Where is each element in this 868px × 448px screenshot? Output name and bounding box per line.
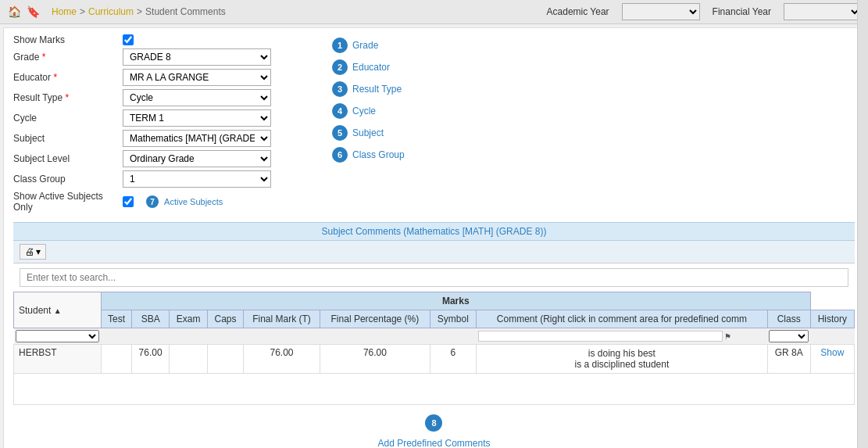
breadcrumb-current: Student Comments (145, 6, 226, 17)
filter-caps (208, 328, 244, 345)
filter-history (810, 328, 854, 345)
table-row: HERBST 76.00 76.00 76.00 6 is doing his … (14, 345, 855, 374)
search-input[interactable] (20, 268, 848, 287)
top-right: Academic Year Financial Year (547, 3, 862, 20)
cycle-select[interactable]: TERM 1 (123, 109, 271, 127)
col-test: Test (101, 310, 131, 328)
show-active-label: Show Active Subjects Only (13, 191, 123, 213)
annotations-column: 1 Grade 2 Educator 3 Result Type 4 Cycle… (301, 34, 855, 216)
subject-level-select[interactable]: Ordinary Grade (123, 150, 271, 167)
toolbar-row: 🖨 ▾ (13, 241, 855, 263)
toolbar-dropdown-arrow[interactable]: ▾ (36, 246, 41, 257)
cycle-label: Cycle (13, 113, 123, 124)
annotation-3: 3 Result Type (332, 81, 855, 97)
nav-icons: 🏠 🔖 (6, 4, 41, 20)
filter-icon: ⚑ (724, 332, 731, 341)
toolbar-icon: 🖨 (25, 246, 34, 257)
educator-select[interactable]: MR A LA GRANGE (123, 69, 271, 86)
home-icon[interactable]: 🏠 (6, 4, 22, 20)
filter-class (767, 328, 810, 345)
student-filter-select[interactable] (16, 330, 100, 342)
final-pct-cell: 76.00 (320, 345, 430, 374)
filter-symbol (430, 328, 476, 345)
col-final-pct: Final Percentage (%) (320, 310, 430, 328)
annotation-2: 2 Educator (332, 59, 855, 75)
filter-test (101, 328, 131, 345)
caps-cell (208, 345, 244, 374)
data-table: Student ▲ Marks Test SBA Exam Caps Final… (13, 292, 855, 405)
show-active-checkbox[interactable] (123, 196, 134, 207)
annotation-1: 1 Grade (332, 38, 855, 53)
show-marks-checkbox[interactable] (123, 34, 134, 45)
annotation-7-inline: 7 Active Subjects (146, 195, 223, 208)
filter-exam (170, 328, 208, 345)
comment-line-1: is doing his best (481, 348, 763, 359)
sba-cell: 76.00 (132, 345, 170, 374)
bookmark-icon[interactable]: 🔖 (25, 4, 41, 20)
annotation-4: 4 Cycle (332, 103, 855, 119)
grade-row: Grade * GRADE 8 (13, 48, 295, 66)
history-cell: Show (810, 345, 854, 374)
col-caps: Caps (208, 310, 244, 328)
subject-level-label: Subject Level (13, 153, 123, 164)
financial-year-label: Financial Year (713, 6, 771, 17)
add-comment-bubble: 8 (425, 414, 442, 432)
educator-label: Educator * (13, 72, 123, 83)
filter-final-mark (243, 328, 320, 345)
history-link[interactable]: Show (820, 347, 844, 358)
result-type-select[interactable]: Cycle (123, 89, 271, 106)
breadcrumb-home[interactable]: Home (52, 6, 77, 17)
page-wrapper: 🏠 🔖 Home > Curriculum > Student Comments… (0, 0, 868, 448)
comment-line-2: is a disciplined student (481, 359, 763, 370)
toolbar-main-button[interactable]: 🖨 ▾ (20, 244, 46, 260)
symbol-cell: 6 (430, 345, 476, 374)
show-marks-row: Show Marks (13, 34, 295, 45)
sort-icon[interactable]: ▲ (54, 306, 62, 315)
annotation-5: 5 Subject (332, 125, 855, 141)
col-comment: Comment (Right click in comment area for… (477, 310, 768, 328)
filter-comment: ⚑ (477, 328, 768, 345)
col-history: History (810, 310, 854, 328)
comment-filter-input[interactable] (478, 331, 723, 342)
filter-row: ⚑ (14, 328, 855, 345)
filter-student (14, 328, 102, 345)
grade-label: Grade * (13, 52, 123, 63)
col-student: Student ▲ (14, 292, 102, 328)
student-cell: HERBST (14, 345, 102, 374)
empty-cell (14, 374, 855, 405)
class-cell: GR 8A (767, 345, 810, 374)
class-group-select[interactable]: 1 (123, 170, 271, 188)
filter-final-pct (320, 328, 430, 345)
filter-sba (132, 328, 170, 345)
breadcrumb-curriculum[interactable]: Curriculum (88, 6, 134, 17)
subject-row: Subject Mathematics [MATH] (GRADE (13, 130, 295, 147)
financial-year-select[interactable] (784, 3, 862, 20)
subject-level-row: Subject Level Ordinary Grade (13, 150, 295, 167)
class-group-row: Class Group 1 (13, 170, 295, 188)
annotation-6: 6 Class Group (332, 147, 855, 163)
educator-row: Educator * MR A LA GRANGE (13, 69, 295, 86)
test-cell (101, 345, 131, 374)
comment-cell[interactable]: is doing his best is a disciplined stude… (477, 345, 768, 374)
add-comment-label: Add Predefined Comments (377, 438, 490, 448)
form-area: Show Marks Grade * GRADE 8 Educator * (13, 34, 855, 216)
scrollbar[interactable] (857, 0, 868, 448)
class-filter-select[interactable] (769, 330, 809, 342)
main-content: Show Marks Grade * GRADE 8 Educator * (3, 27, 865, 448)
final-mark-cell: 76.00 (243, 345, 320, 374)
subject-select[interactable]: Mathematics [MATH] (GRADE (123, 130, 271, 147)
grade-select[interactable]: GRADE 8 (123, 48, 271, 66)
form-left: Show Marks Grade * GRADE 8 Educator * (13, 34, 295, 216)
exam-cell (170, 345, 208, 374)
col-symbol: Symbol (430, 310, 476, 328)
subject-label: Subject (13, 133, 123, 144)
search-row (13, 263, 855, 292)
col-final-mark: Final Mark (T) (243, 310, 320, 328)
col-class: Class (767, 310, 810, 328)
result-type-label: Result Type * (13, 92, 123, 103)
show-marks-label: Show Marks (13, 34, 123, 45)
show-active-row: Show Active Subjects Only 7 Active Subje… (13, 191, 295, 213)
col-sba: SBA (132, 310, 170, 328)
academic-year-select[interactable] (622, 3, 700, 20)
class-group-label: Class Group (13, 174, 123, 185)
